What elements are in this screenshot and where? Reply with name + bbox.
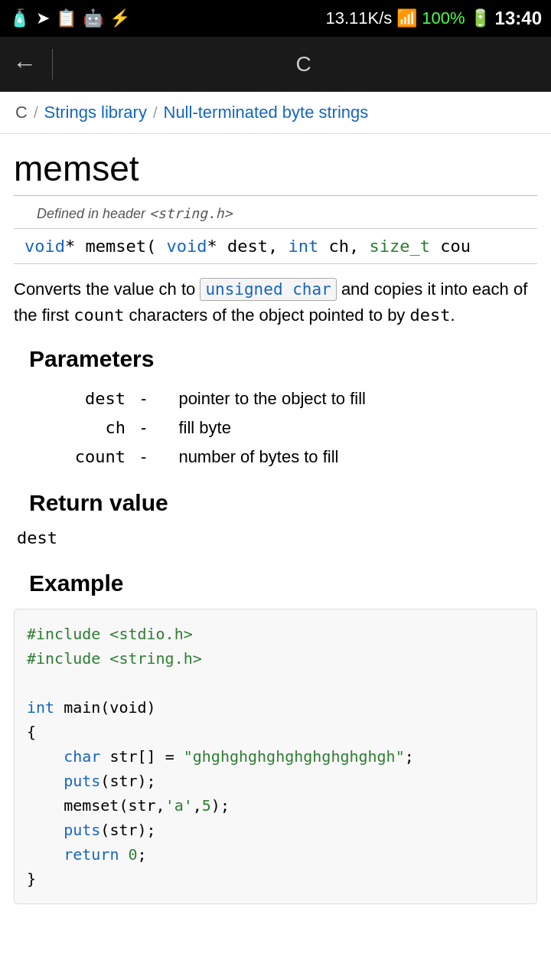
table-row: count - number of bytes to fill	[14, 443, 537, 472]
code-line-2: #include <string.h>	[27, 646, 524, 671]
desc-period: .	[450, 305, 455, 325]
description: Converts the value ch to unsigned char a…	[14, 276, 537, 328]
desc-before: Converts the value ch to	[14, 279, 195, 299]
sig-memset: memset(	[75, 237, 156, 256]
status-left: 🧴 ➤ 📋 🤖 ⚡	[9, 8, 130, 28]
clock: 13:40	[495, 8, 542, 29]
app-icon-1: 🧴	[9, 8, 30, 28]
code-line-4: int main(void)	[27, 695, 524, 720]
robot-icon: 🤖	[83, 8, 103, 28]
nav-bar: ← C	[0, 37, 551, 92]
function-signature: void* memset( void* dest, int ch, size_t…	[14, 228, 537, 264]
wifi-icon: 📶	[396, 8, 417, 28]
param-name-dest: dest	[14, 384, 133, 413]
code-line-8: memset(str,'a',5);	[27, 793, 524, 818]
sig-cou: cou	[430, 237, 471, 256]
code-line-10: return 0;	[27, 842, 524, 867]
desc-count: count	[73, 305, 124, 325]
main-content: memset Defined in header <string.h> void…	[0, 134, 551, 927]
desc-unsigned-char: unsigned char	[200, 278, 336, 301]
breadcrumb-c[interactable]: C	[11, 100, 32, 126]
parameters-heading: Parameters	[29, 346, 537, 372]
param-name-count: count	[14, 443, 133, 472]
desc-after2: characters of the object pointed to by	[124, 305, 409, 325]
status-bar: 🧴 ➤ 📋 🤖 ⚡ 13.11K/s 📶 100% 🔋 13:40	[0, 0, 551, 37]
table-row: ch - fill byte	[14, 413, 537, 443]
param-dash-1: -	[133, 384, 171, 413]
sig-void2: void	[166, 237, 207, 256]
defined-in-header: Defined in header <string.h>	[37, 205, 537, 222]
sig-dest: dest,	[217, 237, 278, 256]
code-line-11: }	[27, 867, 524, 891]
page-title: memset	[14, 148, 537, 189]
return-value-heading: Return value	[29, 490, 537, 516]
nav-title: C	[68, 52, 539, 77]
table-row: dest - pointer to the object to fill	[14, 384, 537, 413]
back-button[interactable]: ←	[12, 50, 37, 78]
param-dash-2: -	[133, 413, 171, 443]
param-dash-3: -	[133, 443, 171, 472]
sig-star: *	[65, 237, 75, 256]
sig-int: int	[288, 237, 318, 256]
sig-void: void	[24, 237, 65, 256]
breadcrumb-nullterm[interactable]: Null-terminated byte strings	[159, 100, 373, 126]
status-right: 13.11K/s 📶 100% 🔋 13:40	[325, 8, 542, 29]
desc-dest-ref: dest	[410, 305, 451, 325]
battery-icon: 🔋	[470, 8, 491, 28]
code-line-7: puts(str);	[27, 769, 524, 793]
usb-icon: ⚡	[109, 8, 130, 28]
breadcrumb-sep-2: /	[152, 104, 159, 122]
network-speed: 13.11K/s	[325, 8, 392, 28]
battery-percent: 100%	[422, 8, 465, 28]
code-line-6: char str[] = "ghghghghghghghghghghgh";	[27, 744, 524, 769]
param-desc-count: number of bytes to fill	[171, 443, 537, 472]
code-block: #include <stdio.h> #include <string.h> i…	[14, 609, 537, 904]
breadcrumb-strings[interactable]: Strings library	[39, 100, 151, 126]
param-name-ch: ch	[14, 413, 133, 443]
sig-ch: ch,	[318, 237, 359, 256]
send-icon: ➤	[36, 8, 50, 28]
param-desc-ch: fill byte	[171, 413, 537, 443]
code-line-blank1	[27, 671, 524, 695]
clipboard-icon: 📋	[56, 8, 77, 28]
breadcrumb: C / Strings library / Null-terminated by…	[0, 92, 551, 134]
param-desc-dest: pointer to the object to fill	[171, 384, 537, 413]
sig-star2: *	[207, 237, 217, 256]
return-value: dest	[17, 528, 537, 547]
title-divider	[14, 195, 537, 196]
example-heading: Example	[29, 570, 537, 596]
code-line-5: {	[27, 720, 524, 744]
sig-size_t: size_t	[369, 237, 429, 256]
parameters-table: dest - pointer to the object to fill ch …	[14, 384, 537, 472]
nav-divider	[52, 49, 53, 80]
code-line-1: #include <stdio.h>	[27, 622, 524, 646]
code-line-9: puts(str);	[27, 818, 524, 842]
breadcrumb-sep-1: /	[32, 104, 40, 122]
